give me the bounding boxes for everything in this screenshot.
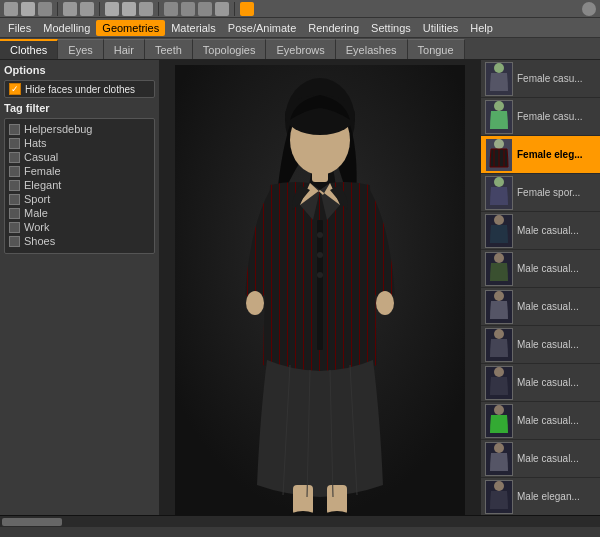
tab-topologies[interactable]: Topologies (193, 39, 267, 59)
tag-elegant-checkbox[interactable] (9, 180, 20, 191)
hide-faces-checkbox[interactable]: ✓ (9, 83, 21, 95)
menu-help[interactable]: Help (464, 20, 499, 36)
tag-helpersdebug-checkbox[interactable] (9, 124, 20, 135)
tag-casual-checkbox[interactable] (9, 152, 20, 163)
tag-sport[interactable]: Sport (9, 193, 150, 205)
tag-hats[interactable]: Hats (9, 137, 150, 149)
toolbar-icon-copy[interactable] (122, 2, 136, 16)
tag-elegant-label: Elegant (24, 179, 61, 191)
tag-male-label: Male (24, 207, 48, 219)
menu-pose[interactable]: Pose/Animate (222, 20, 302, 36)
menu-settings[interactable]: Settings (365, 20, 417, 36)
tab-eyebrows[interactable]: Eyebrows (266, 39, 335, 59)
tag-work[interactable]: Work (9, 221, 150, 233)
svg-point-34 (494, 443, 504, 453)
menu-materials[interactable]: Materials (165, 20, 222, 36)
clothing-item-name-4: Male casual... (517, 224, 579, 237)
tag-male-checkbox[interactable] (9, 208, 20, 219)
clothing-thumbnail-5 (485, 252, 513, 286)
svg-point-31 (494, 329, 504, 339)
clothing-item-2[interactable]: Female eleg... (481, 136, 600, 174)
clothing-item-11[interactable]: Male elegan... (481, 478, 600, 515)
tag-work-checkbox[interactable] (9, 222, 20, 233)
svg-point-8 (317, 232, 323, 238)
svg-rect-13 (293, 485, 313, 515)
svg-point-11 (246, 291, 264, 315)
menubar: Files Modelling Geometries Materials Pos… (0, 18, 600, 38)
options-title: Options (4, 64, 155, 76)
svg-point-30 (494, 291, 504, 301)
tag-casual[interactable]: Casual (9, 151, 150, 163)
tag-male[interactable]: Male (9, 207, 150, 219)
clothing-thumbnail-6 (485, 290, 513, 324)
svg-point-23 (494, 139, 504, 149)
clothing-item-4[interactable]: Male casual... (481, 212, 600, 250)
toolbar-icon-render[interactable] (240, 2, 254, 16)
clothing-item-3[interactable]: Female spor... (481, 174, 600, 212)
clothing-item-8[interactable]: Male casual... (481, 364, 600, 402)
clothing-item-9[interactable]: Male casual... (481, 402, 600, 440)
tag-shoes-label: Shoes (24, 235, 55, 247)
main-area: Options ✓ Hide faces under clothes Tag f… (0, 60, 600, 515)
clothing-list-panel: Female casu... Female casu... (480, 60, 600, 515)
tag-shoes-checkbox[interactable] (9, 236, 20, 247)
clothing-item-name-9: Male casual... (517, 414, 579, 427)
tab-tongue[interactable]: Tongue (408, 39, 465, 59)
tag-hats-label: Hats (24, 137, 47, 149)
tag-shoes[interactable]: Shoes (9, 235, 150, 247)
clothing-item-7[interactable]: Male casual... (481, 326, 600, 364)
clothing-item-name-11: Male elegan... (517, 490, 580, 503)
tag-work-label: Work (24, 221, 49, 233)
clothing-item-1[interactable]: Female casu... (481, 98, 600, 136)
tag-female[interactable]: Female (9, 165, 150, 177)
toolbar-icon-redo[interactable] (80, 2, 94, 16)
tag-helpersdebug[interactable]: Helpersdebug (9, 123, 150, 135)
tag-female-checkbox[interactable] (9, 166, 20, 177)
toolbar-icon-select[interactable] (215, 2, 229, 16)
tag-helpersdebug-label: Helpersdebug (24, 123, 93, 135)
toolbar-icon-help[interactable] (582, 2, 596, 16)
svg-point-27 (494, 177, 504, 187)
svg-point-21 (494, 63, 504, 73)
clothing-item-0[interactable]: Female casu... (481, 60, 600, 98)
toolbar-icon-cut[interactable] (105, 2, 119, 16)
tag-hats-checkbox[interactable] (9, 138, 20, 149)
toolbar-icon-scale[interactable] (198, 2, 212, 16)
menu-files[interactable]: Files (2, 20, 37, 36)
menu-rendering[interactable]: Rendering (302, 20, 365, 36)
viewport[interactable] (160, 60, 480, 515)
toolbar-icon-rotate[interactable] (181, 2, 195, 16)
toolbar-icon-zoom[interactable] (164, 2, 178, 16)
svg-point-28 (494, 215, 504, 225)
menu-utilities[interactable]: Utilities (417, 20, 464, 36)
svg-point-33 (494, 405, 504, 415)
tab-hair[interactable]: Hair (104, 39, 145, 59)
toolbar-icon-open[interactable] (21, 2, 35, 16)
tab-teeth[interactable]: Teeth (145, 39, 193, 59)
svg-rect-7 (317, 220, 323, 350)
clothing-thumbnail-3 (485, 176, 513, 210)
toolbar-icon-paste[interactable] (139, 2, 153, 16)
clothing-item-5[interactable]: Male casual... (481, 250, 600, 288)
bottom-scrollbar[interactable] (0, 515, 600, 527)
toolbar-icon-new[interactable] (4, 2, 18, 16)
scroll-thumb[interactable] (2, 518, 62, 526)
toolbar-icon-undo[interactable] (63, 2, 77, 16)
toolbar-icon-save[interactable] (38, 2, 52, 16)
clothing-thumbnail-4 (485, 214, 513, 248)
tag-sport-label: Sport (24, 193, 50, 205)
svg-point-22 (494, 101, 504, 111)
menu-geometries[interactable]: Geometries (96, 20, 165, 36)
clothing-item-10[interactable]: Male casual... (481, 440, 600, 478)
menu-modelling[interactable]: Modelling (37, 20, 96, 36)
svg-point-12 (376, 291, 394, 315)
tag-sport-checkbox[interactable] (9, 194, 20, 205)
svg-rect-14 (327, 485, 347, 515)
tab-eyelashes[interactable]: Eyelashes (336, 39, 408, 59)
clothing-item-6[interactable]: Male casual... (481, 288, 600, 326)
hide-faces-option[interactable]: ✓ Hide faces under clothes (4, 80, 155, 98)
tab-eyes[interactable]: Eyes (58, 39, 103, 59)
tag-elegant[interactable]: Elegant (9, 179, 150, 191)
tab-clothes[interactable]: Clothes (0, 39, 58, 59)
svg-point-9 (317, 252, 323, 258)
